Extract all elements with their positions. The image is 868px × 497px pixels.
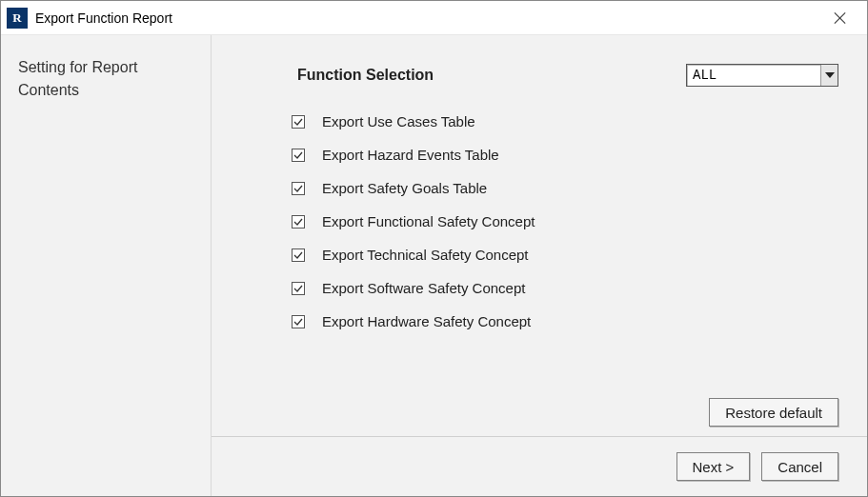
main-content: Function Selection ALL [212,35,867,381]
checkbox-hardware-safety[interactable] [292,315,305,328]
checkbox-hazard-events[interactable] [292,149,305,162]
check-label: Export Software Safety Concept [322,280,525,296]
function-selection-value: ALL [687,68,820,83]
check-label: Export Technical Safety Concept [322,247,529,263]
check-icon [293,217,303,227]
chevron-down-icon [825,72,835,78]
footer: Next > Cancel [212,436,867,496]
check-row-hazard-events: Export Hazard Events Table [292,147,838,163]
check-label: Export Hazard Events Table [322,147,499,163]
app-icon: R [7,8,28,29]
sidebar: Setting for Report Contents [1,35,211,496]
titlebar: R Export Function Report [1,1,867,35]
checkbox-functional-safety[interactable] [292,215,305,229]
check-row-hardware-safety: Export Hardware Safety Concept [292,313,838,329]
check-label: Export Hardware Safety Concept [322,313,531,329]
checkbox-software-safety[interactable] [292,282,305,295]
close-icon [834,11,847,25]
function-selection-label: Function Selection [269,67,686,84]
checkbox-technical-safety[interactable] [292,248,305,262]
check-row-functional-safety: Export Functional Safety Concept [292,213,838,229]
check-icon [293,117,303,127]
check-icon [293,150,303,160]
check-row-technical-safety: Export Technical Safety Concept [292,247,838,263]
check-icon [293,184,303,193]
close-button[interactable] [821,5,859,31]
restore-default-button[interactable]: Restore default [709,398,838,427]
check-row-use-cases: Export Use Cases Table [292,113,838,129]
check-icon [293,250,303,260]
restore-row: Restore default [212,381,867,436]
checkbox-use-cases[interactable] [292,115,305,129]
check-label: Export Functional Safety Concept [322,213,535,229]
check-icon [293,284,303,293]
check-row-software-safety: Export Software Safety Concept [292,280,838,296]
function-selection-row: Function Selection ALL [269,64,838,87]
next-button[interactable]: Next > [676,452,751,481]
sidebar-heading: Setting for Report Contents [18,56,193,102]
check-label: Export Safety Goals Table [322,180,487,196]
svg-marker-0 [825,72,835,78]
checkbox-safety-goals[interactable] [292,182,305,195]
app-icon-letter: R [12,10,21,26]
function-selection-combo[interactable]: ALL [686,64,838,87]
check-row-safety-goals: Export Safety Goals Table [292,180,838,196]
combo-arrow-button[interactable] [820,65,838,86]
cancel-button[interactable]: Cancel [761,452,838,481]
body-area: Setting for Report Contents Function Sel… [1,35,867,496]
main-panel: Function Selection ALL [211,35,867,496]
export-options-list: Export Use Cases Table Export Hazard Eve… [269,113,838,329]
window-title: Export Function Report [35,10,821,26]
check-label: Export Use Cases Table [322,113,475,129]
export-function-report-window: R Export Function Report Setting for Rep… [0,0,868,497]
check-icon [293,317,303,327]
